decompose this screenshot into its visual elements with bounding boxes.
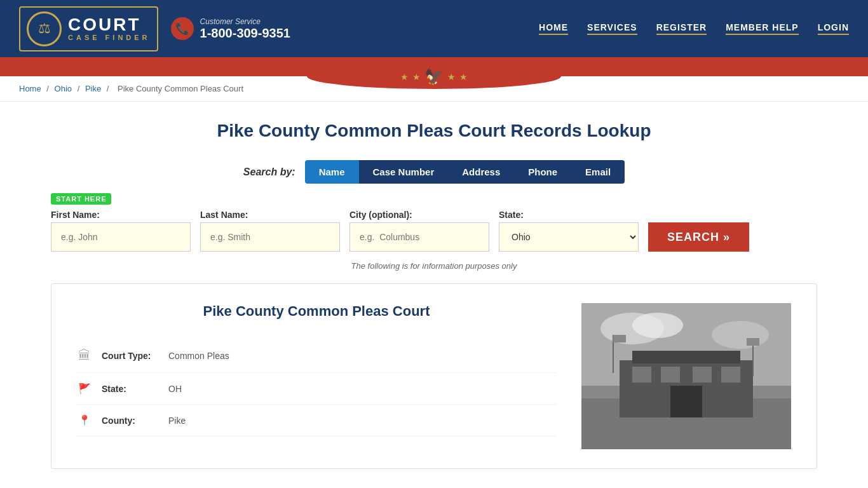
court-county-icon: 📍 (77, 414, 92, 426)
search-form-row: First Name: Last Name: City (optional): … (51, 210, 817, 252)
customer-service-text: Customer Service 1-800-309-9351 (200, 17, 290, 41)
svg-rect-10 (661, 367, 680, 383)
customer-service: 📞 Customer Service 1-800-309-9351 (171, 17, 290, 41)
eagle-center: ★ ★ 🦅 ★ ★ (400, 68, 468, 86)
court-info-left: Pike County Common Pleas Court 🏛 Court T… (77, 303, 556, 449)
logo-text-box: COURT CASE FINDER (68, 16, 151, 41)
nav-services[interactable]: SERVICES (587, 22, 637, 35)
eagle-icon: 🦅 (424, 68, 444, 86)
balance-icon: ⚖ (38, 20, 51, 37)
main-nav: HOME SERVICES REGISTER MEMBER HELP LOGIN (539, 22, 849, 35)
svg-point-3 (632, 313, 683, 338)
breadcrumb-ohio[interactable]: Ohio (55, 84, 72, 93)
court-photo (581, 303, 791, 449)
brand-tagline: CASE FINDER (68, 34, 151, 41)
svg-point-4 (712, 321, 769, 349)
court-type-label: Court Type: (102, 351, 159, 361)
tab-email[interactable]: Email (571, 160, 625, 184)
court-type-row: 🏛 Court Type: Common Pleas (77, 339, 556, 373)
court-photo-placeholder (581, 303, 791, 449)
main-content: Pike County Common Pleas Court Records L… (0, 102, 868, 488)
breadcrumb-sep-3: / (107, 84, 111, 93)
brand-name: COURT (68, 16, 141, 34)
nav-home[interactable]: HOME (539, 22, 568, 35)
header-left: ⚖ COURT CASE FINDER 📞 Customer Service 1… (19, 6, 290, 51)
search-by-row: Search by: Name Case Number Address Phon… (51, 160, 817, 184)
breadcrumb-home[interactable]: Home (19, 84, 41, 93)
tab-name[interactable]: Name (305, 160, 359, 184)
state-field: State: Ohio Alabama Alaska Arizona Arkan… (499, 210, 639, 252)
svg-rect-11 (693, 367, 712, 383)
star-icon-2: ★ (412, 72, 421, 82)
star-icon-1: ★ (400, 72, 409, 82)
svg-rect-7 (632, 351, 740, 363)
state-select[interactable]: Ohio Alabama Alaska Arizona Arkansas Cal… (499, 222, 639, 252)
last-name-label: Last Name: (200, 210, 340, 220)
info-note: The following is for information purpose… (51, 261, 817, 271)
search-by-label: Search by: (243, 166, 295, 178)
last-name-input[interactable] (200, 222, 340, 252)
court-type-value: Common Pleas (168, 351, 229, 361)
logo-emblem: ⚖ (27, 11, 62, 46)
court-type-icon: 🏛 (77, 348, 92, 363)
first-name-input[interactable] (51, 222, 191, 252)
star-icon-4: ★ (459, 72, 468, 82)
page-title: Pike County Common Pleas Court Records L… (51, 121, 817, 141)
court-state-label: State: (102, 384, 159, 394)
last-name-field: Last Name: (200, 210, 340, 252)
customer-service-phone: 1-800-309-9351 (200, 26, 290, 41)
court-info-title: Pike County Common Pleas Court (77, 303, 556, 320)
city-input[interactable] (349, 222, 489, 252)
breadcrumb-sep-2: / (78, 84, 82, 93)
first-name-label: First Name: (51, 210, 191, 220)
breadcrumb-sep-1: / (46, 84, 51, 93)
phone-icon: 📞 (171, 17, 194, 40)
search-form-container: START HERE First Name: Last Name: City (… (51, 193, 817, 252)
svg-rect-12 (721, 367, 740, 383)
court-county-value: Pike (168, 416, 186, 426)
svg-rect-8 (670, 386, 702, 417)
tab-phone[interactable]: Phone (514, 160, 571, 184)
customer-service-label: Customer Service (200, 17, 290, 26)
logo-box: ⚖ COURT CASE FINDER (19, 6, 158, 51)
svg-rect-14 (613, 335, 626, 342)
svg-rect-9 (632, 367, 651, 383)
nav-register[interactable]: REGISTER (656, 22, 707, 35)
court-county-label: County: (102, 416, 159, 426)
eagle-stars: ★ ★ 🦅 ★ ★ (400, 68, 468, 86)
start-here-badge: START HERE (51, 193, 111, 205)
wave-banner: ★ ★ 🦅 ★ ★ (0, 57, 868, 76)
state-label: State: (499, 210, 639, 220)
star-icon-3: ★ (447, 72, 456, 82)
breadcrumb-pike[interactable]: Pike (85, 84, 101, 93)
court-state-value: OH (168, 384, 182, 394)
nav-login[interactable]: LOGIN (818, 22, 849, 35)
first-name-field: First Name: (51, 210, 191, 252)
breadcrumb-current: Pike County Common Pleas Court (118, 84, 243, 93)
tab-address[interactable]: Address (448, 160, 514, 184)
court-county-row: 📍 County: Pike (77, 405, 556, 437)
tab-case-number[interactable]: Case Number (359, 160, 449, 184)
site-header: ⚖ COURT CASE FINDER 📞 Customer Service 1… (0, 0, 868, 57)
court-state-row: 🚩 State: OH (77, 373, 556, 405)
nav-member-help[interactable]: MEMBER HELP (726, 22, 798, 35)
svg-rect-16 (747, 338, 759, 346)
court-state-icon: 🚩 (77, 383, 92, 395)
search-button[interactable]: SEARCH » (648, 222, 749, 252)
city-field: City (optional): (349, 210, 489, 252)
court-info-box: Pike County Common Pleas Court 🏛 Court T… (51, 283, 817, 469)
city-label: City (optional): (349, 210, 489, 220)
